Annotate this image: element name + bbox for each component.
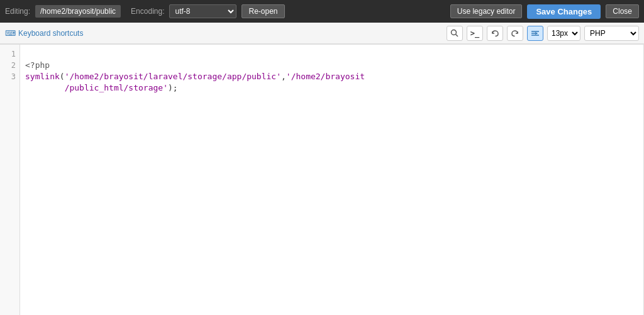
- code-line: [25, 48, 638, 60]
- php-string: '/home2/brayosit/laravel/storage/app/pub…: [65, 72, 281, 81]
- keyboard-shortcuts-label: Keyboard shortcuts: [18, 29, 83, 38]
- wrap-button[interactable]: [527, 26, 543, 41]
- redo-button[interactable]: [507, 26, 523, 41]
- wrap-icon: [531, 30, 540, 36]
- editor-area: 1 2 3 <?phpsymlink('/home2/brayosit/lara…: [0, 44, 644, 315]
- code-editor[interactable]: <?phpsymlink('/home2/brayosit/laravel/st…: [20, 45, 643, 315]
- editing-label: Editing:: [5, 7, 30, 16]
- keyboard-icon: ⌨: [5, 29, 16, 38]
- top-toolbar: Editing: /home2/brayosit/public Encoding…: [0, 0, 644, 23]
- php-function: symlink: [25, 72, 60, 81]
- keyboard-shortcuts-link[interactable]: ⌨ Keyboard shortcuts: [5, 29, 83, 38]
- use-legacy-editor-button[interactable]: Use legacy editor: [450, 4, 523, 18]
- line-number: 1: [0, 48, 19, 60]
- close-button[interactable]: Close: [606, 4, 639, 18]
- terminal-icon: >_: [470, 29, 479, 38]
- redo-icon: [511, 29, 519, 38]
- reopen-button[interactable]: Re-open: [242, 4, 284, 18]
- code-line: <?php: [25, 60, 638, 71]
- language-select[interactable]: PHP HTML CSS JavaScript Plain Text: [584, 26, 639, 41]
- line-numbers: 1 2 3: [0, 45, 20, 315]
- terminal-button[interactable]: >_: [467, 26, 483, 41]
- search-icon: [450, 29, 459, 38]
- undo-button[interactable]: [487, 26, 503, 41]
- php-string2: '/home2/brayosit: [286, 72, 365, 81]
- encoding-label: Encoding:: [131, 7, 164, 16]
- php-tag: <?php: [25, 60, 50, 70]
- undo-icon: [491, 29, 499, 38]
- php-comma: ,: [281, 72, 286, 81]
- save-changes-button[interactable]: Save Changes: [527, 4, 601, 19]
- line-number: 2: [0, 60, 19, 71]
- font-size-select[interactable]: 10px 11px 12px 13px 14px 16px 18px: [547, 26, 580, 41]
- svg-point-0: [452, 30, 457, 35]
- code-continuation: /public_html/storage');: [25, 83, 178, 92]
- code-line: symlink('/home2/brayosit/laravel/storage…: [25, 71, 638, 82]
- php-paren: (: [60, 72, 65, 81]
- encoding-select[interactable]: utf-8 iso-8859-1 windows-1252: [169, 4, 236, 18]
- line-number: 3: [0, 71, 19, 82]
- svg-line-1: [456, 34, 458, 36]
- secondary-toolbar: ⌨ Keyboard shortcuts >_: [0, 23, 644, 44]
- file-path: /home2/brayosit/public: [35, 5, 121, 18]
- search-button[interactable]: [447, 26, 463, 41]
